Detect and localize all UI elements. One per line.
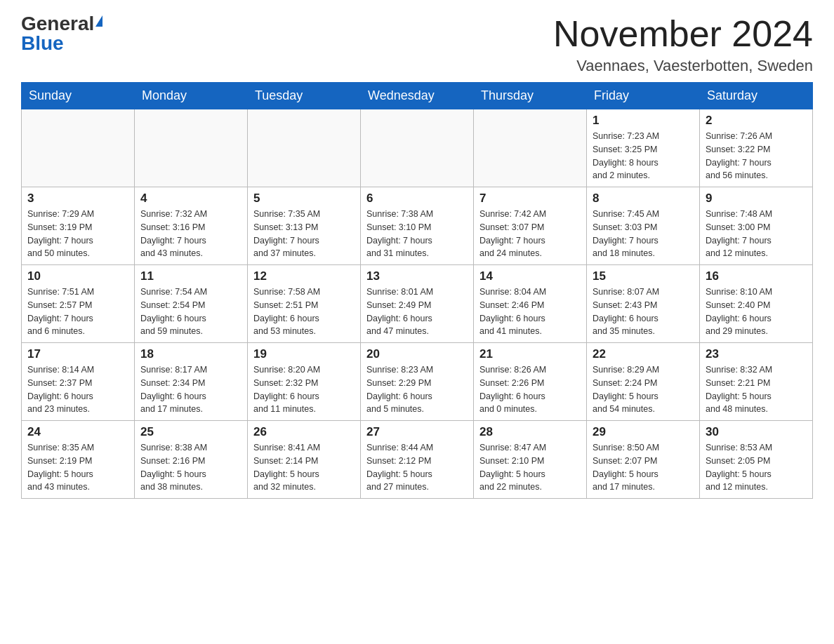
- day-info: Sunrise: 7:29 AMSunset: 3:19 PMDaylight:…: [27, 208, 128, 260]
- calendar-cell: 22Sunrise: 8:29 AMSunset: 2:24 PMDayligh…: [587, 343, 700, 421]
- day-info: Sunrise: 8:44 AMSunset: 2:12 PMDaylight:…: [366, 441, 468, 494]
- calendar-cell: [361, 109, 474, 187]
- day-number: 2: [706, 114, 807, 128]
- calendar-cell: 23Sunrise: 8:32 AMSunset: 2:21 PMDayligh…: [700, 343, 813, 421]
- day-number: 28: [479, 425, 581, 439]
- col-header-sunday: Sunday: [22, 83, 135, 109]
- calendar-cell: 6Sunrise: 7:38 AMSunset: 3:10 PMDaylight…: [361, 187, 474, 265]
- calendar-cell: [248, 109, 361, 187]
- calendar-cell: 2Sunrise: 7:26 AMSunset: 3:22 PMDaylight…: [700, 109, 813, 187]
- day-number: 9: [706, 192, 807, 206]
- day-info: Sunrise: 8:10 AMSunset: 2:40 PMDaylight:…: [706, 286, 807, 338]
- day-info: Sunrise: 8:26 AMSunset: 2:26 PMDaylight:…: [479, 363, 581, 416]
- day-number: 13: [366, 269, 468, 283]
- calendar-cell: 15Sunrise: 8:07 AMSunset: 2:43 PMDayligh…: [587, 265, 700, 343]
- calendar-cell: 21Sunrise: 8:26 AMSunset: 2:26 PMDayligh…: [474, 343, 587, 421]
- day-info: Sunrise: 7:35 AMSunset: 3:13 PMDaylight:…: [253, 208, 355, 260]
- calendar-cell: 14Sunrise: 8:04 AMSunset: 2:46 PMDayligh…: [474, 265, 587, 343]
- day-info: Sunrise: 8:23 AMSunset: 2:29 PMDaylight:…: [366, 363, 468, 416]
- day-number: 12: [253, 269, 355, 283]
- day-number: 15: [593, 269, 694, 283]
- calendar-cell: 7Sunrise: 7:42 AMSunset: 3:07 PMDaylight…: [474, 187, 587, 265]
- day-info: Sunrise: 7:42 AMSunset: 3:07 PMDaylight:…: [479, 208, 581, 260]
- day-number: 30: [706, 425, 807, 439]
- calendar-cell: 17Sunrise: 8:14 AMSunset: 2:37 PMDayligh…: [22, 343, 135, 421]
- day-info: Sunrise: 7:38 AMSunset: 3:10 PMDaylight:…: [366, 208, 468, 260]
- day-info: Sunrise: 8:50 AMSunset: 2:07 PMDaylight:…: [593, 441, 694, 494]
- calendar-table: SundayMondayTuesdayWednesdayThursdayFrid…: [21, 82, 813, 499]
- title-section: November 2024 Vaennaes, Vaesterbotten, S…: [553, 14, 813, 75]
- day-info: Sunrise: 8:29 AMSunset: 2:24 PMDaylight:…: [593, 363, 694, 416]
- page-header: General Blue November 2024 Vaennaes, Vae…: [21, 14, 813, 75]
- calendar-cell: 11Sunrise: 7:54 AMSunset: 2:54 PMDayligh…: [135, 265, 248, 343]
- day-number: 23: [706, 347, 807, 361]
- col-header-thursday: Thursday: [474, 83, 587, 109]
- day-info: Sunrise: 8:47 AMSunset: 2:10 PMDaylight:…: [479, 441, 581, 494]
- day-number: 25: [140, 425, 241, 439]
- day-number: 24: [27, 425, 128, 439]
- calendar-cell: 16Sunrise: 8:10 AMSunset: 2:40 PMDayligh…: [700, 265, 813, 343]
- col-header-friday: Friday: [587, 83, 700, 109]
- day-info: Sunrise: 8:04 AMSunset: 2:46 PMDaylight:…: [479, 286, 581, 338]
- calendar-cell: 3Sunrise: 7:29 AMSunset: 3:19 PMDaylight…: [22, 187, 135, 265]
- day-info: Sunrise: 7:51 AMSunset: 2:57 PMDaylight:…: [27, 286, 128, 338]
- day-info: Sunrise: 8:35 AMSunset: 2:19 PMDaylight:…: [27, 441, 128, 494]
- day-number: 6: [366, 192, 468, 206]
- day-info: Sunrise: 8:32 AMSunset: 2:21 PMDaylight:…: [706, 363, 807, 416]
- day-number: 18: [140, 347, 241, 361]
- day-info: Sunrise: 7:23 AMSunset: 3:25 PMDaylight:…: [593, 130, 694, 182]
- day-info: Sunrise: 7:58 AMSunset: 2:51 PMDaylight:…: [253, 286, 355, 338]
- month-title: November 2024: [553, 14, 813, 54]
- logo-general-text: General: [21, 14, 94, 34]
- day-number: 3: [27, 192, 128, 206]
- day-number: 16: [706, 269, 807, 283]
- col-header-wednesday: Wednesday: [361, 83, 474, 109]
- day-info: Sunrise: 8:14 AMSunset: 2:37 PMDaylight:…: [27, 363, 128, 416]
- day-info: Sunrise: 7:48 AMSunset: 3:00 PMDaylight:…: [706, 208, 807, 260]
- day-number: 20: [366, 347, 468, 361]
- calendar-cell: 19Sunrise: 8:20 AMSunset: 2:32 PMDayligh…: [248, 343, 361, 421]
- day-number: 8: [593, 192, 694, 206]
- calendar-cell: 9Sunrise: 7:48 AMSunset: 3:00 PMDaylight…: [700, 187, 813, 265]
- calendar-cell: 12Sunrise: 7:58 AMSunset: 2:51 PMDayligh…: [248, 265, 361, 343]
- calendar-cell: 29Sunrise: 8:50 AMSunset: 2:07 PMDayligh…: [587, 421, 700, 499]
- calendar-cell: 28Sunrise: 8:47 AMSunset: 2:10 PMDayligh…: [474, 421, 587, 499]
- day-info: Sunrise: 8:41 AMSunset: 2:14 PMDaylight:…: [253, 441, 355, 494]
- day-number: 1: [593, 114, 694, 128]
- logo: General Blue: [21, 14, 102, 53]
- day-info: Sunrise: 8:07 AMSunset: 2:43 PMDaylight:…: [593, 286, 694, 338]
- calendar-cell: 24Sunrise: 8:35 AMSunset: 2:19 PMDayligh…: [22, 421, 135, 499]
- day-number: 11: [140, 269, 241, 283]
- week-row-4: 17Sunrise: 8:14 AMSunset: 2:37 PMDayligh…: [22, 343, 813, 421]
- day-number: 22: [593, 347, 694, 361]
- day-number: 21: [479, 347, 581, 361]
- day-number: 29: [593, 425, 694, 439]
- location-title: Vaennaes, Vaesterbotten, Sweden: [553, 57, 813, 75]
- day-info: Sunrise: 7:45 AMSunset: 3:03 PMDaylight:…: [593, 208, 694, 260]
- day-number: 14: [479, 269, 581, 283]
- calendar-cell: 10Sunrise: 7:51 AMSunset: 2:57 PMDayligh…: [22, 265, 135, 343]
- col-header-tuesday: Tuesday: [248, 83, 361, 109]
- day-info: Sunrise: 8:17 AMSunset: 2:34 PMDaylight:…: [140, 363, 241, 416]
- logo-blue-text: Blue: [21, 32, 64, 54]
- day-info: Sunrise: 8:53 AMSunset: 2:05 PMDaylight:…: [706, 441, 807, 494]
- day-number: 4: [140, 192, 241, 206]
- day-number: 7: [479, 192, 581, 206]
- logo-triangle-icon: [95, 15, 102, 27]
- calendar-cell: 1Sunrise: 7:23 AMSunset: 3:25 PMDaylight…: [587, 109, 700, 187]
- calendar-cell: 5Sunrise: 7:35 AMSunset: 3:13 PMDaylight…: [248, 187, 361, 265]
- day-number: 5: [253, 192, 355, 206]
- calendar-cell: 26Sunrise: 8:41 AMSunset: 2:14 PMDayligh…: [248, 421, 361, 499]
- calendar-cell: 18Sunrise: 8:17 AMSunset: 2:34 PMDayligh…: [135, 343, 248, 421]
- calendar-cell: 27Sunrise: 8:44 AMSunset: 2:12 PMDayligh…: [361, 421, 474, 499]
- day-info: Sunrise: 8:01 AMSunset: 2:49 PMDaylight:…: [366, 286, 468, 338]
- week-row-2: 3Sunrise: 7:29 AMSunset: 3:19 PMDaylight…: [22, 187, 813, 265]
- day-info: Sunrise: 7:54 AMSunset: 2:54 PMDaylight:…: [140, 286, 241, 338]
- day-number: 17: [27, 347, 128, 361]
- week-row-1: 1Sunrise: 7:23 AMSunset: 3:25 PMDaylight…: [22, 109, 813, 187]
- col-header-monday: Monday: [135, 83, 248, 109]
- calendar-cell: 25Sunrise: 8:38 AMSunset: 2:16 PMDayligh…: [135, 421, 248, 499]
- day-info: Sunrise: 8:20 AMSunset: 2:32 PMDaylight:…: [253, 363, 355, 416]
- calendar-cell: 4Sunrise: 7:32 AMSunset: 3:16 PMDaylight…: [135, 187, 248, 265]
- calendar-cell: 20Sunrise: 8:23 AMSunset: 2:29 PMDayligh…: [361, 343, 474, 421]
